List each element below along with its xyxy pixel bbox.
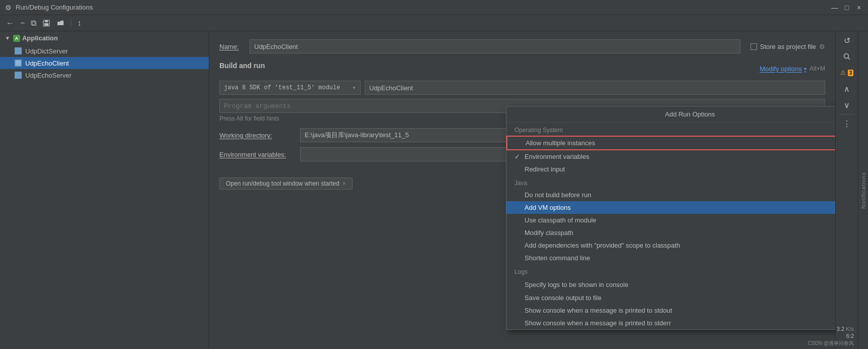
dropdown-item-add-vm[interactable]: Add VM options Alt+V — [506, 201, 835, 214]
dropdown-item-specify-logs[interactable]: Specify logs to be shown in console — [506, 277, 835, 292]
modify-options-link[interactable]: Modify options ▾ — [760, 65, 806, 73]
sidebar-item-udpechoclient[interactable]: UdpEchoClient — [0, 57, 209, 69]
stat-speed: 3.2 K/s — [837, 326, 854, 332]
sdk-dropdown-arrow: ▾ — [352, 84, 356, 92]
warning-icon: ⚠ — [840, 69, 846, 76]
dropdown-item-label-add-deps: Add dependencies with "provided" scope t… — [525, 242, 835, 249]
folder-button[interactable] — [54, 18, 67, 28]
sidebar-section-application[interactable]: ▼ A Application — [0, 31, 209, 45]
right-panel: ↺ ⚠ 3 ∧ ∨ ⋮ — [835, 31, 858, 349]
dropdown-item-show-console-stdout[interactable]: Show console when a message is printed t… — [506, 304, 835, 317]
warning-button[interactable]: ⚠ 3 — [839, 66, 855, 80]
stat-line-col: 6:2 — [846, 333, 854, 339]
dropdown-item-add-deps[interactable]: Add dependencies with "provided" scope t… — [506, 239, 835, 252]
working-directory-label: Working directory: — [219, 132, 300, 139]
chevron-down-icon: ▾ — [804, 66, 806, 72]
dropdown-item-label-shorten-cmd: Shorten command line — [525, 254, 835, 262]
env-variables-label: Environment variables: — [219, 151, 300, 158]
maximize-button[interactable]: □ — [843, 4, 851, 12]
sidebar-section-label: Application — [22, 34, 58, 42]
sdk-value: java 8 SDK of 'test_11_5' module — [224, 84, 340, 91]
more-button[interactable]: ⋮ — [839, 117, 855, 131]
config-icon-1 — [14, 47, 22, 55]
title-bar: ⚙ Run/Debug Configurations — □ × — [0, 0, 868, 15]
name-row: Name: Store as project file ⚙ — [219, 39, 825, 53]
title-icon: ⚙ — [5, 4, 12, 12]
dropdown-item-modify-classpath[interactable]: Modify classpath — [506, 226, 835, 239]
build-run-row: Build and run Modify options ▾ Alt+M — [219, 62, 825, 76]
config-panel: Name: Store as project file ⚙ Build and … — [209, 31, 835, 349]
dropdown-item-label-stderr: Show console when a message is printed t… — [525, 319, 835, 327]
dropdown-item-label-save-console: Save console output to file — [525, 294, 835, 302]
svg-rect-5 — [16, 73, 21, 78]
warning-count: 3 — [848, 70, 854, 76]
right-panel-divider — [839, 114, 854, 114]
dropdown-item-no-build[interactable]: Do not build before run — [506, 189, 835, 201]
check-mark-env: ✓ — [514, 153, 523, 160]
save-button[interactable] — [40, 18, 52, 28]
dropdown-item-save-console[interactable]: Save console output to file — [506, 292, 835, 304]
dropdown-item-show-console-stderr[interactable]: Show console when a message is printed t… — [506, 317, 835, 329]
sidebar: ▼ A Application UdpDictServer UdpEchoCli… — [0, 31, 209, 349]
sdk-row: java 8 SDK of 'test_11_5' module ▾ — [219, 81, 825, 95]
notice-sidebar: Notifications — [858, 31, 868, 349]
sidebar-item-label-3: UdpEchoServer — [25, 72, 72, 79]
minimize-button[interactable]: — — [831, 4, 839, 12]
sidebar-item-label-2: UdpEchoClient — [25, 60, 69, 67]
toolbar: ← − ⧉ ↕ — [0, 15, 868, 31]
config-icon-3 — [14, 71, 22, 79]
dropdown-section-logs: Logs — [506, 264, 835, 277]
store-project-area: Store as project file ⚙ — [750, 43, 825, 50]
dropdown-item-env-vars[interactable]: ✓ Environment variables Alt+E — [506, 150, 835, 163]
dropdown-section-os: Operating System — [506, 123, 835, 136]
remove-button[interactable]: − — [18, 18, 27, 29]
dropdown-item-label-classpath-module: Use classpath of module — [525, 216, 835, 224]
build-run-header: Build and run — [219, 62, 265, 70]
store-checkbox[interactable] — [750, 43, 757, 50]
sidebar-item-udpechoserver[interactable]: UdpEchoServer — [0, 69, 209, 81]
name-input[interactable] — [250, 39, 740, 53]
open-tool-window-label: Open run/debug tool window when started — [226, 180, 339, 187]
sort-button[interactable]: ↕ — [75, 18, 83, 29]
notice-label: Notifications — [860, 172, 866, 209]
dropdown-title: Add Run Options — [506, 106, 835, 123]
chevron-down-button[interactable]: ∨ — [839, 98, 855, 112]
main-class-input[interactable] — [365, 81, 825, 95]
sidebar-item-label-1: UdpDictServer — [25, 47, 68, 55]
toolbar-separator — [71, 19, 71, 27]
name-label: Name: — [219, 43, 245, 50]
svg-line-7 — [848, 58, 850, 60]
dropdown-item-label-redirect: Redirect input — [525, 165, 835, 173]
dropdown-item-label-specify-logs: Specify logs to be shown in console — [525, 281, 835, 288]
svg-rect-3 — [16, 48, 21, 53]
sidebar-item-udpdictserver[interactable]: UdpDictServer — [0, 45, 209, 57]
svg-point-6 — [844, 54, 849, 59]
dropdown-item-label-no-build: Do not build before run — [525, 191, 835, 199]
undo-button[interactable]: ↺ — [839, 33, 855, 47]
copy-button[interactable]: ⧉ — [29, 18, 38, 29]
search-button[interactable] — [839, 49, 855, 64]
config-icon-2 — [14, 59, 22, 67]
main-content: ▼ A Application UdpDictServer UdpEchoCli… — [0, 31, 868, 349]
chevron-up-button[interactable]: ∧ — [839, 82, 855, 96]
dropdown-item-classpath-module[interactable]: Use classpath of module Alt+O — [506, 214, 835, 226]
svg-rect-2 — [44, 23, 48, 26]
dropdown-item-label-allow-multiple: Allow multiple instances — [526, 139, 835, 147]
svg-rect-1 — [45, 20, 48, 22]
dropdown-menu: Add Run Options Operating System Allow m… — [506, 106, 835, 330]
dropdown-item-shorten-cmd[interactable]: Shorten command line — [506, 252, 835, 264]
modify-options-shortcut: Alt+M — [809, 65, 825, 72]
close-button[interactable]: × — [855, 4, 863, 12]
store-gear-icon[interactable]: ⚙ — [819, 43, 825, 50]
svg-rect-4 — [16, 61, 21, 66]
title-bar-controls: — □ × — [831, 4, 863, 12]
open-tool-window-button[interactable]: Open run/debug tool window when started … — [219, 178, 353, 190]
modify-options-label: Modify options — [760, 65, 802, 73]
sdk-select[interactable]: java 8 SDK of 'test_11_5' module ▾ — [219, 81, 361, 95]
title-text: Run/Debug Configurations — [16, 4, 93, 11]
tag-close-icon[interactable]: × — [342, 180, 346, 187]
back-button[interactable]: ← — [4, 18, 16, 29]
csdn-text: CSDN @遇事问春风 — [808, 340, 854, 347]
dropdown-item-redirect-input[interactable]: Redirect input — [506, 163, 835, 176]
dropdown-item-allow-multiple[interactable]: Allow multiple instances Alt+U — [506, 136, 835, 150]
